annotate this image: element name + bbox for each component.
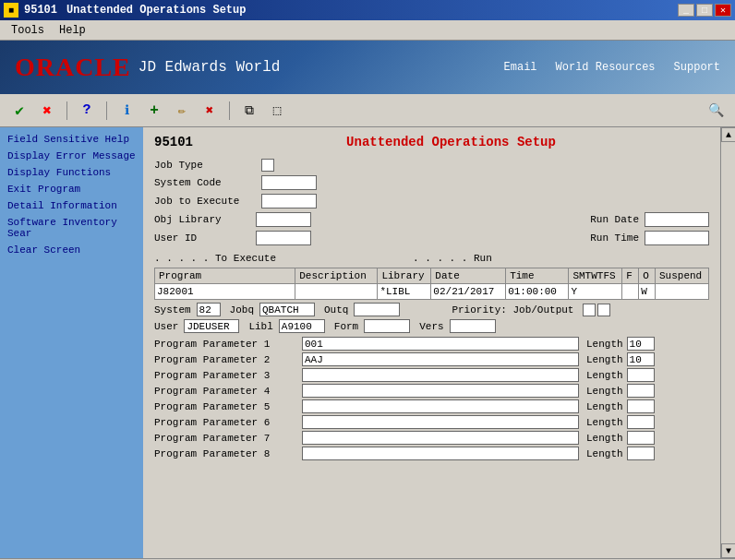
sidebar-item-clear-screen[interactable]: Clear Screen [4,242,139,258]
sidebar-item-field-sensitive-help[interactable]: Field Sensitive Help [4,131,139,148]
param-2-label: Program Parameter 2 [154,354,302,365]
scrollbar: ▲ ▼ [720,127,735,558]
delete-button[interactable]: ✖ [198,99,222,123]
sidebar-item-exit-program[interactable]: Exit Program [4,181,139,197]
cell-f[interactable] [622,284,639,300]
outq-input[interactable] [354,303,400,316]
libl-input[interactable] [279,319,325,333]
param-2-input[interactable] [302,352,579,366]
scroll-down-button[interactable]: ▼ [721,543,735,558]
check-button[interactable]: ✔ [7,99,31,123]
param-5-length-input[interactable] [627,399,655,413]
world-resources-link[interactable]: World Resources [556,61,656,74]
param-3-input[interactable] [302,368,579,382]
sidebar-item-display-error-message[interactable]: Display Error Message [4,148,139,164]
param-4-length-input[interactable] [627,384,655,398]
toolbar-separator-3 [229,101,230,120]
sidebar-item-detail-information[interactable]: Detail Information [4,197,139,214]
support-link[interactable]: Support [674,61,720,74]
scroll-up-button[interactable]: ▲ [721,127,735,142]
cell-o[interactable] [639,284,656,300]
library-input[interactable] [380,285,426,298]
job-to-execute-input[interactable] [261,194,317,209]
param-7-length-input[interactable] [627,431,655,445]
menu-tools[interactable]: Tools [4,22,52,39]
libl-label: Libl [248,321,272,332]
param-5-input[interactable] [302,399,579,413]
add-button[interactable]: + [142,99,166,123]
length-label-1: Length [586,339,623,350]
job-to-execute-label: Job to Execute [154,196,256,207]
cell-library[interactable] [378,284,431,300]
param-8-label: Program Parameter 8 [154,448,302,459]
description-input[interactable] [297,285,371,298]
run-date-input[interactable] [645,212,709,227]
email-link[interactable]: Email [504,61,537,74]
run-section-label: . . . . . Run [413,253,492,264]
paste-button[interactable]: ⬚ [265,99,289,123]
user-input[interactable] [184,319,239,333]
param-1-length-input[interactable] [627,337,655,351]
suspend-input[interactable] [657,285,694,298]
param-7-input[interactable] [302,431,579,445]
system-code-input[interactable] [261,175,317,190]
obj-library-input[interactable] [256,212,311,227]
param-2-length-input[interactable] [627,352,655,366]
run-time-label: Run Time [590,232,639,244]
cell-description[interactable] [295,284,378,300]
sidebar-item-display-functions[interactable]: Display Functions [4,164,139,181]
param-3-length-input[interactable] [627,368,655,382]
time-input[interactable] [508,285,563,298]
job-type-label: Job Type [154,160,256,171]
user-id-label: User ID [154,232,256,244]
menu-help[interactable]: Help [52,22,93,39]
param-row-4: Program Parameter 4 Length [154,384,709,398]
param-8-input[interactable] [302,447,579,460]
table-row: J82001 [155,284,709,300]
search-button[interactable]: 🔍 [704,99,728,123]
param-4-label: Program Parameter 4 [154,386,302,397]
help-button[interactable]: ? [75,99,99,123]
program-input[interactable]: J82001 [157,285,293,298]
param-3-label: Program Parameter 3 [154,370,302,381]
param-4-input[interactable] [302,384,579,398]
run-time-input[interactable] [645,231,709,245]
oracle-text: ORACLE [15,53,131,82]
vers-input[interactable] [450,319,496,333]
cancel-button[interactable]: ✖ [35,99,59,123]
minimize-button[interactable]: _ [678,4,694,17]
form-input[interactable] [364,319,410,333]
job-type-checkbox[interactable] [261,159,274,172]
obj-library-label: Obj Library [154,214,256,225]
close-button[interactable]: ✕ [715,4,731,17]
user-id-input[interactable] [256,231,311,245]
to-execute-section-label: . . . . . To Execute [154,253,302,264]
cell-program[interactable]: J82001 [155,284,295,300]
f-input[interactable] [624,285,635,298]
user-id-run-time-row: User ID Run Time [154,231,709,245]
priority-check1[interactable] [583,304,596,316]
param-6-length-input[interactable] [627,415,655,429]
date-input[interactable] [433,285,500,298]
priority-check2[interactable] [597,304,610,316]
cell-time[interactable] [506,284,569,300]
jobq-input[interactable] [259,303,315,316]
param-1-input[interactable] [302,337,579,351]
info-button[interactable]: ℹ [114,99,139,123]
maximize-button[interactable]: □ [696,4,713,17]
scroll-track [721,142,735,543]
copy-button[interactable]: ⧉ [237,99,261,123]
cell-suspend[interactable] [655,284,708,300]
toolbar-separator-1 [66,101,67,120]
cell-date[interactable] [431,284,506,300]
param-6-input[interactable] [302,415,579,429]
smtwtfs-input[interactable] [571,285,585,298]
o-input[interactable] [641,285,652,298]
sidebar-item-software-inventory-search[interactable]: Software Inventory Sear [4,214,139,242]
edit-button[interactable]: ✏ [170,99,194,123]
cell-smtwtfs[interactable] [569,284,622,300]
job-type-row: Job Type [154,159,709,172]
param-8-length-input[interactable] [627,447,655,460]
app-icon: ■ [4,3,18,18]
system-input[interactable] [197,303,221,316]
